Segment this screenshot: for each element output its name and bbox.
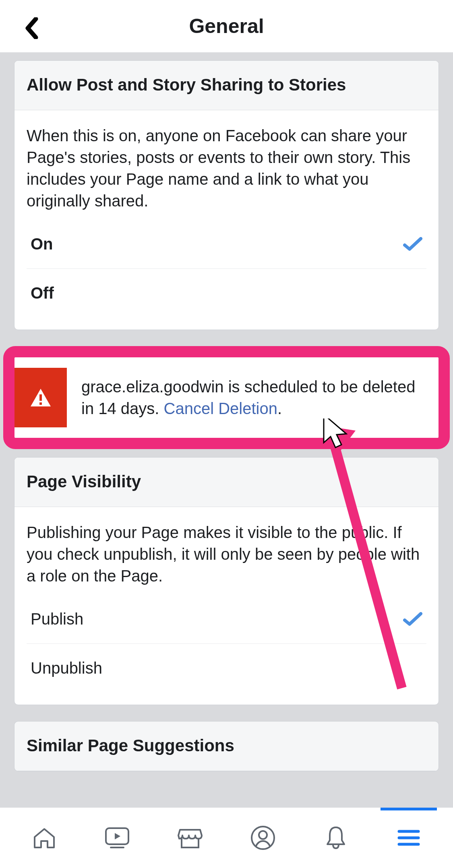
sharing-description: When this is on, anyone on Facebook can … — [27, 125, 426, 212]
visibility-option-unpublish[interactable]: Unpublish — [27, 644, 426, 697]
tab-home[interactable] — [12, 808, 77, 868]
cancel-deletion-link[interactable]: Cancel Deletion — [164, 400, 277, 417]
bell-icon — [324, 825, 348, 851]
deletion-alert: grace.eliza.goodwin is scheduled to be d… — [14, 368, 430, 427]
tab-profile[interactable] — [231, 808, 295, 868]
tab-watch[interactable] — [85, 808, 149, 868]
hamburger-icon — [397, 829, 420, 847]
card-title: Similar Page Suggestions — [27, 736, 426, 755]
card-header: Similar Page Suggestions — [14, 722, 439, 771]
settings-scroll-area[interactable]: Allow Post and Story Sharing to Stories … — [0, 52, 453, 808]
svg-rect-1 — [39, 394, 42, 401]
home-icon — [31, 825, 57, 851]
option-label: Unpublish — [31, 659, 102, 677]
sharing-option-off[interactable]: Off — [27, 269, 426, 322]
sharing-option-on[interactable]: On — [27, 220, 426, 269]
page-title: General — [189, 14, 264, 38]
bottom-tab-bar — [0, 808, 453, 868]
chevron-left-icon — [25, 17, 38, 39]
marketplace-icon — [177, 825, 203, 851]
tab-notifications[interactable] — [304, 808, 368, 868]
card-header: Allow Post and Story Sharing to Stories — [14, 61, 439, 110]
card-header: Page Visibility — [14, 458, 439, 507]
watch-icon — [103, 825, 132, 851]
navbar: General — [0, 0, 453, 52]
profile-icon — [250, 825, 276, 851]
option-label: Off — [31, 284, 54, 302]
svg-point-10 — [259, 831, 267, 839]
sharing-settings-card: Allow Post and Story Sharing to Stories … — [14, 60, 439, 330]
option-label: On — [31, 235, 53, 253]
visibility-option-publish[interactable]: Publish — [27, 595, 426, 644]
card-title: Allow Post and Story Sharing to Stories — [27, 75, 426, 95]
svg-point-9 — [252, 827, 274, 849]
deletion-text-suffix: . — [277, 400, 282, 417]
warning-icon — [14, 368, 67, 427]
card-body: Publishing your Page makes it visible to… — [14, 507, 439, 705]
tab-menu[interactable] — [376, 808, 441, 868]
similar-page-suggestions-card: Similar Page Suggestions — [14, 721, 439, 771]
svg-rect-2 — [39, 402, 42, 405]
check-icon — [403, 237, 422, 252]
page-visibility-card: Page Visibility Publishing your Page mak… — [14, 457, 439, 705]
check-icon — [403, 612, 422, 627]
deletion-alert-text: grace.eliza.goodwin is scheduled to be d… — [67, 368, 430, 427]
tab-marketplace[interactable] — [158, 808, 222, 868]
back-button[interactable] — [19, 16, 43, 40]
card-body: When this is on, anyone on Facebook can … — [14, 110, 439, 330]
annotation-highlight: grace.eliza.goodwin is scheduled to be d… — [3, 346, 450, 449]
card-title: Page Visibility — [27, 472, 426, 491]
svg-marker-7 — [115, 833, 120, 839]
option-label: Publish — [31, 610, 83, 628]
visibility-description: Publishing your Page makes it visible to… — [27, 522, 426, 587]
